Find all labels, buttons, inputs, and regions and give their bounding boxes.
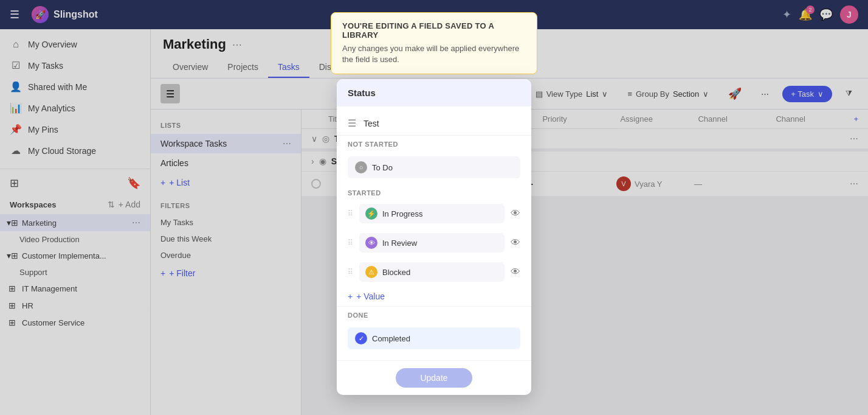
blocked-drag[interactable]: ⠿ bbox=[348, 268, 353, 276]
blocked-icon: ⚠ bbox=[365, 266, 377, 278]
warning-title: YOU'RE EDITING A FIELD SAVED TO A LIBRAR… bbox=[342, 21, 526, 40]
modal-title: Status bbox=[348, 88, 376, 98]
test-field-icon: ☰ bbox=[348, 117, 357, 129]
warning-banner: YOU'RE EDITING A FIELD SAVED TO A LIBRAR… bbox=[331, 12, 537, 74]
todo-label: To Do bbox=[372, 163, 393, 172]
add-value-label: + Value bbox=[356, 291, 385, 301]
in-progress-drag[interactable]: ⠿ bbox=[348, 209, 353, 218]
in-progress-eye[interactable]: 👁 bbox=[511, 208, 520, 219]
completed-label: Completed bbox=[372, 334, 410, 343]
update-button[interactable]: Update bbox=[396, 368, 472, 388]
in-review-item: ⠿ 👁 In Review 👁 bbox=[337, 228, 531, 257]
todo-status-icon: ○ bbox=[355, 161, 367, 173]
todo-badge: ○ To Do bbox=[348, 156, 520, 178]
todo-item: ○ To Do bbox=[337, 150, 531, 184]
started-divider: STARTED bbox=[337, 184, 531, 199]
warning-text: Any changes you make will be applied eve… bbox=[342, 43, 526, 65]
test-field-item: ☰ Test bbox=[337, 111, 531, 136]
add-value-icon: + bbox=[348, 291, 353, 301]
modal-body: ☰ Test NOT STARTED ○ To Do STARTED ⠿ ⚡ I… bbox=[337, 106, 531, 360]
blocked-item: ⠿ ⚠ Blocked 👁 bbox=[337, 257, 531, 287]
done-divider: DONE bbox=[337, 307, 531, 321]
status-modal: Status ☰ Test NOT STARTED ○ To Do STARTE… bbox=[337, 79, 531, 395]
in-progress-badge: ⚡ In Progress bbox=[359, 204, 505, 223]
in-progress-item: ⠿ ⚡ In Progress 👁 bbox=[337, 199, 531, 228]
completed-badge: ✓ Completed bbox=[348, 327, 520, 349]
in-progress-icon: ⚡ bbox=[365, 208, 377, 220]
in-review-label: In Review bbox=[382, 239, 417, 248]
in-review-icon: 👁 bbox=[365, 237, 377, 249]
in-progress-label: In Progress bbox=[382, 209, 422, 218]
test-field-label: Test bbox=[363, 119, 520, 128]
not-started-divider: NOT STARTED bbox=[337, 136, 531, 150]
modal-overlay[interactable]: YOU'RE EDITING A FIELD SAVED TO A LIBRAR… bbox=[0, 0, 868, 415]
blocked-badge: ⚠ Blocked bbox=[359, 262, 505, 282]
blocked-eye[interactable]: 👁 bbox=[511, 267, 520, 277]
blocked-label: Blocked bbox=[382, 268, 410, 277]
in-review-drag[interactable]: ⠿ bbox=[348, 239, 353, 247]
in-review-eye[interactable]: 👁 bbox=[511, 237, 520, 248]
done-section: DONE ✓ Completed bbox=[337, 306, 531, 355]
modal-footer: Update bbox=[337, 360, 531, 395]
modal-header: Status bbox=[337, 79, 531, 106]
completed-item: ✓ Completed bbox=[337, 321, 531, 355]
in-review-badge: 👁 In Review bbox=[359, 233, 505, 253]
add-value-btn[interactable]: + + Value bbox=[337, 287, 531, 306]
completed-icon: ✓ bbox=[355, 332, 367, 344]
